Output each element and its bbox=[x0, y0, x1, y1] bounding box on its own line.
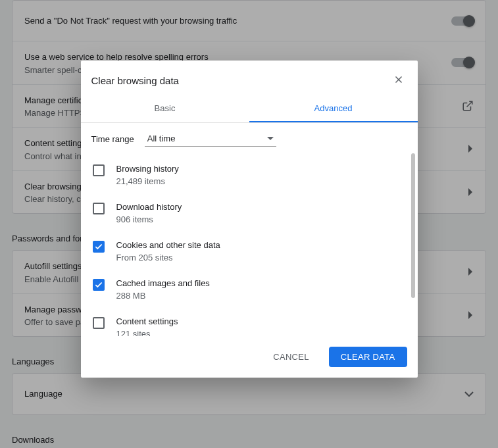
clear-data-item: Content settings121 sites bbox=[93, 309, 399, 336]
item-sublabel: From 205 sites bbox=[116, 253, 220, 262]
tab-advanced[interactable]: Advanced bbox=[249, 95, 418, 122]
item-label: Download history bbox=[116, 202, 182, 212]
item-label: Browsing history bbox=[116, 164, 179, 174]
checkbox[interactable] bbox=[93, 279, 105, 291]
item-sublabel: 288 MB bbox=[116, 291, 210, 301]
item-sublabel: 121 sites bbox=[116, 329, 178, 336]
clear-data-button[interactable]: CLEAR DATA bbox=[329, 347, 407, 367]
checkbox[interactable] bbox=[93, 164, 105, 176]
clear-data-item: Cookies and other site dataFrom 205 site… bbox=[93, 232, 399, 270]
clear-data-item: Browsing history21,489 items bbox=[93, 156, 399, 194]
item-label: Content settings bbox=[116, 316, 178, 326]
scrollbar-thumb[interactable] bbox=[411, 153, 415, 298]
time-range-label: Time range bbox=[91, 134, 134, 144]
dialog-tabs: Basic Advanced bbox=[81, 95, 418, 123]
checkbox[interactable] bbox=[93, 317, 105, 329]
cancel-button[interactable]: CANCEL bbox=[261, 347, 321, 367]
dropdown-icon bbox=[267, 137, 274, 141]
item-sublabel: 906 items bbox=[116, 214, 182, 224]
clear-data-item: Cached images and files288 MB bbox=[93, 270, 399, 309]
time-range-value: All time bbox=[147, 134, 176, 143]
dialog-title: Clear browsing data bbox=[91, 75, 179, 86]
clear-data-item: Download history906 items bbox=[93, 194, 399, 232]
checkbox[interactable] bbox=[93, 203, 105, 214]
close-icon[interactable] bbox=[390, 71, 407, 90]
item-label: Cookies and other site data bbox=[116, 240, 220, 250]
time-range-select[interactable]: All time bbox=[145, 131, 276, 147]
checkbox[interactable] bbox=[93, 241, 105, 253]
item-sublabel: 21,489 items bbox=[116, 176, 179, 186]
clear-browsing-data-dialog: Clear browsing data Basic Advanced Time … bbox=[81, 61, 418, 378]
tab-basic[interactable]: Basic bbox=[81, 95, 249, 122]
item-label: Cached images and files bbox=[116, 278, 210, 288]
